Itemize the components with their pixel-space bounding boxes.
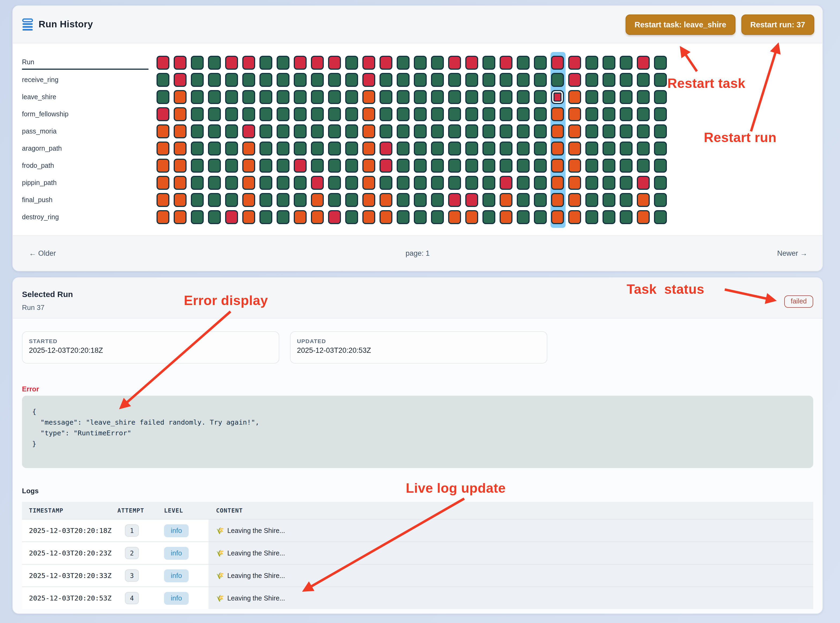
run-cell[interactable]	[156, 107, 169, 121]
run-cell[interactable]	[586, 193, 598, 207]
run-cell[interactable]	[534, 73, 547, 87]
run-cell[interactable]	[483, 56, 495, 70]
run-cell[interactable]	[414, 107, 427, 121]
run-cell[interactable]	[380, 193, 392, 207]
run-cell[interactable]	[637, 176, 650, 190]
run-cell[interactable]	[259, 141, 272, 155]
run-cell[interactable]	[517, 124, 530, 138]
run-cell[interactable]	[654, 176, 667, 190]
run-cell[interactable]	[397, 73, 409, 87]
run-cell[interactable]	[431, 107, 444, 121]
run-cell[interactable]	[620, 159, 633, 173]
run-cell[interactable]	[551, 176, 564, 190]
run-cell[interactable]	[500, 124, 512, 138]
run-cell[interactable]	[362, 56, 375, 70]
run-cell[interactable]	[174, 159, 187, 173]
run-cell[interactable]	[242, 124, 255, 138]
run-cell[interactable]	[448, 210, 461, 224]
run-cell[interactable]	[225, 56, 238, 70]
run-cell[interactable]	[362, 193, 375, 207]
run-cell[interactable]	[465, 176, 478, 190]
run-cell[interactable]	[242, 159, 255, 173]
run-cell[interactable]	[277, 141, 290, 155]
run-cell[interactable]	[483, 73, 495, 87]
run-cell[interactable]	[414, 73, 427, 87]
run-cell[interactable]	[259, 107, 272, 121]
run-cell[interactable]	[259, 73, 272, 87]
run-cell[interactable]	[208, 176, 221, 190]
run-cell[interactable]	[637, 141, 650, 155]
run-cell[interactable]	[534, 107, 547, 121]
run-cell[interactable]	[191, 141, 204, 155]
run-cell[interactable]	[174, 210, 187, 224]
run-cell[interactable]	[191, 90, 204, 104]
run-cell[interactable]	[208, 56, 221, 70]
run-cell[interactable]	[517, 56, 530, 70]
restart-run-button[interactable]: Restart run: 37	[741, 14, 814, 35]
run-cell[interactable]	[500, 90, 512, 104]
run-cell[interactable]	[362, 107, 375, 121]
run-cell[interactable]	[345, 210, 358, 224]
restart-task-button[interactable]: Restart task: leave_shire	[625, 14, 736, 35]
run-cell[interactable]	[380, 176, 392, 190]
run-cell[interactable]	[637, 210, 650, 224]
run-cell[interactable]	[259, 56, 272, 70]
run-cell[interactable]	[500, 107, 512, 121]
run-cell[interactable]	[397, 193, 409, 207]
run-cell[interactable]	[448, 193, 461, 207]
run-cell[interactable]	[654, 73, 667, 87]
run-cell[interactable]	[259, 90, 272, 104]
run-cell[interactable]	[517, 193, 530, 207]
run-cell[interactable]	[517, 90, 530, 104]
run-cell[interactable]	[380, 124, 392, 138]
run-cell[interactable]	[345, 107, 358, 121]
run-cell[interactable]	[586, 159, 598, 173]
run-cell[interactable]	[259, 210, 272, 224]
run-cell[interactable]	[225, 193, 238, 207]
run-cell[interactable]	[397, 176, 409, 190]
run-cell[interactable]	[654, 56, 667, 70]
run-cell[interactable]	[294, 124, 307, 138]
run-cell[interactable]	[345, 56, 358, 70]
run-cell[interactable]	[620, 90, 633, 104]
run-cell[interactable]	[156, 141, 169, 155]
run-cell[interactable]	[602, 176, 615, 190]
run-cell[interactable]	[345, 124, 358, 138]
run-cell[interactable]	[602, 193, 615, 207]
run-cell[interactable]	[620, 193, 633, 207]
run-cell[interactable]	[500, 193, 512, 207]
run-cell[interactable]	[568, 90, 581, 104]
run-cell[interactable]	[602, 73, 615, 87]
run-cell[interactable]	[277, 176, 290, 190]
run-cell[interactable]	[174, 90, 187, 104]
run-cell[interactable]	[311, 73, 324, 87]
run-cell[interactable]	[208, 210, 221, 224]
run-cell[interactable]	[534, 159, 547, 173]
run-cell[interactable]	[362, 141, 375, 155]
run-cell[interactable]	[191, 124, 204, 138]
run-cell[interactable]	[534, 193, 547, 207]
run-cell[interactable]	[242, 56, 255, 70]
run-cell[interactable]	[277, 90, 290, 104]
run-cell[interactable]	[465, 56, 478, 70]
run-cell[interactable]	[551, 141, 564, 155]
run-cell[interactable]	[568, 176, 581, 190]
run-cell[interactable]	[586, 176, 598, 190]
run-cell[interactable]	[174, 73, 187, 87]
run-cell[interactable]	[654, 193, 667, 207]
run-cell[interactable]	[311, 56, 324, 70]
run-cell[interactable]	[362, 210, 375, 224]
run-cell[interactable]	[500, 56, 512, 70]
run-cell[interactable]	[242, 176, 255, 190]
run-cell[interactable]	[602, 159, 615, 173]
run-cell[interactable]	[620, 56, 633, 70]
run-cell[interactable]	[345, 73, 358, 87]
selected-run-cell[interactable]	[551, 90, 564, 104]
run-cell[interactable]	[654, 141, 667, 155]
run-cell[interactable]	[637, 193, 650, 207]
run-cell[interactable]	[431, 90, 444, 104]
run-cell[interactable]	[397, 141, 409, 155]
run-cell[interactable]	[654, 107, 667, 121]
run-cell[interactable]	[551, 56, 564, 70]
run-cell[interactable]	[500, 73, 512, 87]
